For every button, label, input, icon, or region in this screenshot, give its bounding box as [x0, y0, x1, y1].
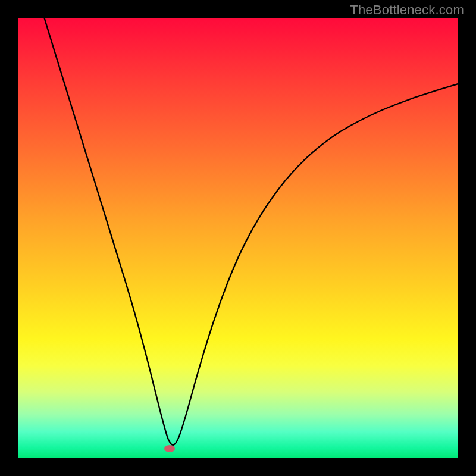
- curve-layer: [18, 18, 458, 458]
- chart-frame: TheBottleneck.com: [0, 0, 476, 476]
- plot-area: [18, 18, 458, 458]
- bottleneck-curve: [44, 18, 458, 445]
- optimum-marker: [164, 445, 175, 452]
- watermark-text: TheBottleneck.com: [350, 2, 464, 18]
